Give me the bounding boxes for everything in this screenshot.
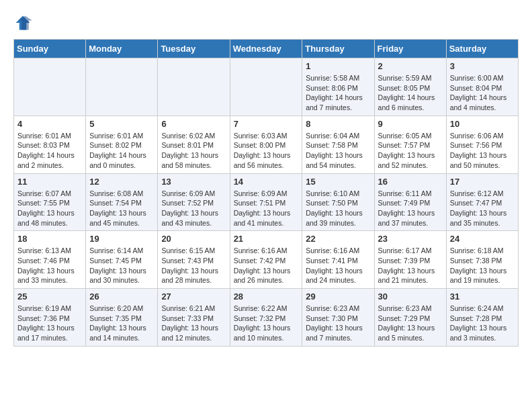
day-number: 17 bbox=[450, 177, 515, 187]
day-number: 3 bbox=[450, 61, 515, 71]
day-number: 31 bbox=[450, 291, 515, 302]
weekday-header-sunday: Sunday bbox=[14, 40, 86, 58]
day-number: 10 bbox=[450, 119, 515, 129]
day-content: Sunrise: 6:00 AMSunset: 8:04 PMDaylight:… bbox=[450, 73, 515, 113]
calendar-cell: 14Sunrise: 6:09 AMSunset: 7:51 PMDayligh… bbox=[230, 173, 302, 231]
weekday-header-thursday: Thursday bbox=[302, 40, 374, 58]
day-content: Sunrise: 6:17 AMSunset: 7:39 PMDaylight:… bbox=[378, 246, 443, 285]
day-number: 26 bbox=[89, 291, 154, 302]
day-number: 23 bbox=[378, 234, 443, 244]
day-number: 20 bbox=[161, 234, 226, 244]
calendar-cell bbox=[86, 58, 158, 116]
calendar-cell: 6Sunrise: 6:02 AMSunset: 8:01 PMDaylight… bbox=[158, 116, 230, 173]
calendar-cell: 1Sunrise: 5:58 AMSunset: 8:06 PMDaylight… bbox=[302, 58, 374, 116]
weekday-header-friday: Friday bbox=[374, 40, 446, 58]
day-number: 27 bbox=[161, 291, 226, 302]
day-number: 18 bbox=[17, 234, 82, 244]
day-number: 29 bbox=[306, 291, 370, 302]
logo bbox=[13, 13, 35, 32]
weekday-header-row: SundayMondayTuesdayWednesdayThursdayFrid… bbox=[14, 40, 519, 58]
calendar-cell: 8Sunrise: 6:04 AMSunset: 7:58 PMDaylight… bbox=[302, 116, 374, 173]
day-content: Sunrise: 6:12 AMSunset: 7:47 PMDaylight:… bbox=[450, 189, 515, 228]
day-content: Sunrise: 6:05 AMSunset: 7:57 PMDaylight:… bbox=[378, 131, 443, 171]
calendar-week-row: 1Sunrise: 5:58 AMSunset: 8:06 PMDaylight… bbox=[14, 58, 519, 116]
day-number: 9 bbox=[378, 119, 443, 129]
weekday-header-monday: Monday bbox=[86, 40, 158, 58]
calendar-week-row: 25Sunrise: 6:19 AMSunset: 7:36 PMDayligh… bbox=[14, 289, 519, 347]
day-content: Sunrise: 6:04 AMSunset: 7:58 PMDaylight:… bbox=[306, 131, 370, 171]
day-content: Sunrise: 6:19 AMSunset: 7:36 PMDaylight:… bbox=[17, 304, 82, 343]
day-content: Sunrise: 6:02 AMSunset: 8:01 PMDaylight:… bbox=[161, 131, 226, 171]
page-header bbox=[13, 13, 519, 32]
day-content: Sunrise: 6:01 AMSunset: 8:03 PMDaylight:… bbox=[17, 131, 82, 171]
day-number: 12 bbox=[89, 177, 154, 187]
day-number: 11 bbox=[17, 177, 82, 187]
day-number: 19 bbox=[89, 234, 154, 244]
calendar-cell: 4Sunrise: 6:01 AMSunset: 8:03 PMDaylight… bbox=[14, 116, 86, 173]
calendar-cell: 2Sunrise: 5:59 AMSunset: 8:05 PMDaylight… bbox=[374, 58, 446, 116]
calendar-cell: 18Sunrise: 6:13 AMSunset: 7:46 PMDayligh… bbox=[14, 231, 86, 289]
calendar-cell: 27Sunrise: 6:21 AMSunset: 7:33 PMDayligh… bbox=[158, 289, 230, 347]
day-number: 14 bbox=[234, 177, 299, 187]
day-content: Sunrise: 6:23 AMSunset: 7:30 PMDaylight:… bbox=[306, 304, 370, 343]
calendar-cell bbox=[14, 58, 86, 116]
calendar-week-row: 18Sunrise: 6:13 AMSunset: 7:46 PMDayligh… bbox=[14, 231, 519, 289]
calendar-cell: 23Sunrise: 6:17 AMSunset: 7:39 PMDayligh… bbox=[374, 231, 446, 289]
day-content: Sunrise: 6:09 AMSunset: 7:51 PMDaylight:… bbox=[234, 189, 299, 228]
day-number: 4 bbox=[17, 119, 82, 129]
calendar-cell: 10Sunrise: 6:06 AMSunset: 7:56 PMDayligh… bbox=[446, 116, 518, 173]
day-content: Sunrise: 6:22 AMSunset: 7:32 PMDaylight:… bbox=[234, 304, 299, 343]
calendar-cell: 31Sunrise: 6:24 AMSunset: 7:28 PMDayligh… bbox=[446, 289, 518, 347]
day-content: Sunrise: 6:15 AMSunset: 7:43 PMDaylight:… bbox=[161, 246, 226, 285]
day-content: Sunrise: 6:10 AMSunset: 7:50 PMDaylight:… bbox=[306, 189, 370, 228]
day-content: Sunrise: 6:07 AMSunset: 7:55 PMDaylight:… bbox=[17, 189, 82, 228]
day-number: 25 bbox=[17, 291, 82, 302]
calendar-cell: 29Sunrise: 6:23 AMSunset: 7:30 PMDayligh… bbox=[302, 289, 374, 347]
calendar-week-row: 11Sunrise: 6:07 AMSunset: 7:55 PMDayligh… bbox=[14, 173, 519, 231]
calendar-cell: 12Sunrise: 6:08 AMSunset: 7:54 PMDayligh… bbox=[86, 173, 158, 231]
calendar-cell: 13Sunrise: 6:09 AMSunset: 7:52 PMDayligh… bbox=[158, 173, 230, 231]
calendar-cell: 5Sunrise: 6:01 AMSunset: 8:02 PMDaylight… bbox=[86, 116, 158, 173]
weekday-header-saturday: Saturday bbox=[446, 40, 518, 58]
calendar-cell: 22Sunrise: 6:16 AMSunset: 7:41 PMDayligh… bbox=[302, 231, 374, 289]
calendar-cell: 19Sunrise: 6:14 AMSunset: 7:45 PMDayligh… bbox=[86, 231, 158, 289]
logo-icon bbox=[13, 13, 32, 32]
day-content: Sunrise: 5:59 AMSunset: 8:05 PMDaylight:… bbox=[378, 73, 443, 113]
calendar-cell bbox=[158, 58, 230, 116]
day-number: 22 bbox=[306, 234, 370, 244]
day-content: Sunrise: 6:14 AMSunset: 7:45 PMDaylight:… bbox=[89, 246, 154, 285]
day-content: Sunrise: 6:24 AMSunset: 7:28 PMDaylight:… bbox=[450, 304, 515, 343]
day-content: Sunrise: 6:06 AMSunset: 7:56 PMDaylight:… bbox=[450, 131, 515, 171]
day-content: Sunrise: 6:09 AMSunset: 7:52 PMDaylight:… bbox=[161, 189, 226, 228]
day-content: Sunrise: 6:01 AMSunset: 8:02 PMDaylight:… bbox=[89, 131, 154, 171]
calendar-cell: 30Sunrise: 6:23 AMSunset: 7:29 PMDayligh… bbox=[374, 289, 446, 347]
day-content: Sunrise: 6:03 AMSunset: 8:00 PMDaylight:… bbox=[234, 131, 299, 171]
calendar-cell: 3Sunrise: 6:00 AMSunset: 8:04 PMDaylight… bbox=[446, 58, 518, 116]
day-number: 30 bbox=[378, 291, 443, 302]
calendar-cell: 20Sunrise: 6:15 AMSunset: 7:43 PMDayligh… bbox=[158, 231, 230, 289]
day-content: Sunrise: 6:16 AMSunset: 7:42 PMDaylight:… bbox=[234, 246, 299, 285]
calendar-cell: 25Sunrise: 6:19 AMSunset: 7:36 PMDayligh… bbox=[14, 289, 86, 347]
calendar-cell bbox=[230, 58, 302, 116]
day-content: Sunrise: 5:58 AMSunset: 8:06 PMDaylight:… bbox=[306, 73, 370, 113]
day-number: 24 bbox=[450, 234, 515, 244]
calendar-cell: 7Sunrise: 6:03 AMSunset: 8:00 PMDaylight… bbox=[230, 116, 302, 173]
calendar-cell: 15Sunrise: 6:10 AMSunset: 7:50 PMDayligh… bbox=[302, 173, 374, 231]
calendar-table: SundayMondayTuesdayWednesdayThursdayFrid… bbox=[13, 39, 519, 347]
day-content: Sunrise: 6:08 AMSunset: 7:54 PMDaylight:… bbox=[89, 189, 154, 228]
day-number: 13 bbox=[161, 177, 226, 187]
day-content: Sunrise: 6:20 AMSunset: 7:35 PMDaylight:… bbox=[89, 304, 154, 343]
day-number: 15 bbox=[306, 177, 370, 187]
day-content: Sunrise: 6:11 AMSunset: 7:49 PMDaylight:… bbox=[378, 189, 443, 228]
day-number: 28 bbox=[234, 291, 299, 302]
calendar-cell: 28Sunrise: 6:22 AMSunset: 7:32 PMDayligh… bbox=[230, 289, 302, 347]
day-number: 8 bbox=[306, 119, 370, 129]
day-number: 16 bbox=[378, 177, 443, 187]
weekday-header-tuesday: Tuesday bbox=[158, 40, 230, 58]
calendar-cell: 11Sunrise: 6:07 AMSunset: 7:55 PMDayligh… bbox=[14, 173, 86, 231]
calendar-cell: 16Sunrise: 6:11 AMSunset: 7:49 PMDayligh… bbox=[374, 173, 446, 231]
day-number: 21 bbox=[234, 234, 299, 244]
day-number: 5 bbox=[89, 119, 154, 129]
day-content: Sunrise: 6:23 AMSunset: 7:29 PMDaylight:… bbox=[378, 304, 443, 343]
day-number: 7 bbox=[234, 119, 299, 129]
